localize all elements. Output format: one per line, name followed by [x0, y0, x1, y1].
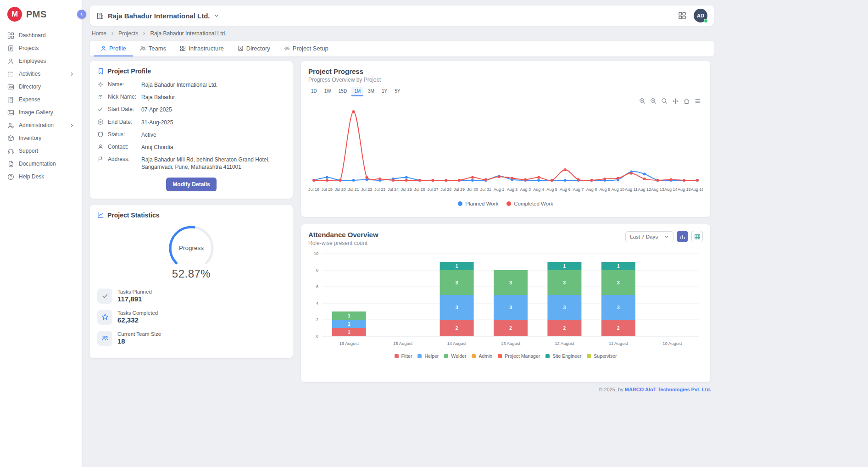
list-icon	[7, 71, 14, 78]
svg-text:Jul 29: Jul 29	[454, 187, 465, 192]
sidebar-item-activities[interactable]: Activities	[0, 67, 82, 80]
footer-company-link[interactable]: MARCO AIoT Technologies Pvt. Ltd.	[625, 387, 711, 392]
apps-grid-button[interactable]	[678, 11, 686, 20]
legend-supervisor[interactable]: Supervisor	[587, 353, 617, 359]
range-1w[interactable]: 1W	[322, 87, 334, 96]
legend-fitter[interactable]: Fitter	[395, 353, 412, 359]
sidebar-item-label: Employees	[19, 58, 46, 64]
svg-text:2: 2	[563, 326, 566, 331]
project-progress-chart[interactable]: Jul 18Jul 19Jul 20Jul 21Jul 22Jul 23Jul …	[308, 98, 703, 200]
legend-planned-work[interactable]: Planned Work	[458, 201, 498, 206]
tab-teams[interactable]: Teams	[133, 41, 173, 56]
sidebar-item-documentation[interactable]: Documentation	[0, 157, 82, 170]
range-15d[interactable]: 15D	[336, 87, 350, 96]
range-1m[interactable]: 1M	[351, 87, 363, 96]
top-header: Raja Bahadur International Ltd. AD	[90, 6, 714, 26]
sidebar-collapse-button[interactable]	[77, 10, 86, 19]
date-range-select[interactable]: Last 7 Days	[625, 231, 673, 242]
menu-icon[interactable]	[694, 98, 701, 105]
app-name: PMS	[26, 9, 47, 20]
sidebar-item-image-gallery[interactable]: Image Gallery	[0, 106, 82, 119]
pan-icon[interactable]	[672, 98, 679, 105]
chevron-right-icon	[69, 72, 74, 77]
legend-completed-work[interactable]: Completed Work	[506, 201, 553, 206]
svg-text:Jul 18: Jul 18	[308, 187, 319, 192]
profile-field-end-date: End Date: 31-Aug-2025	[97, 119, 285, 126]
card-title: Attendance Overview	[308, 231, 378, 239]
bar-chart-icon	[679, 234, 686, 240]
company-selector[interactable]: Raja Bahadur International Ltd.	[96, 12, 219, 20]
breadcrumb-projects[interactable]: Projects	[118, 30, 138, 37]
chevron-right-icon	[142, 31, 146, 36]
zoom-in-icon[interactable]	[639, 98, 646, 105]
sidebar-item-administration[interactable]: Administration	[0, 119, 82, 132]
sidebar-item-dashboard[interactable]: Dashboard	[0, 29, 82, 42]
svg-text:3: 3	[563, 280, 566, 285]
gauge-label: Progress	[159, 245, 223, 251]
sidebar-item-label: Projects	[19, 45, 39, 51]
bar-chart-view-button[interactable]	[677, 231, 688, 242]
tab-profile[interactable]: Profile	[94, 41, 133, 56]
profile-field-start-date: Start Date: 07-Apr-2025	[97, 106, 285, 113]
sidebar-item-employees[interactable]: Employees	[0, 55, 82, 67]
table-view-button[interactable]	[691, 231, 703, 242]
svg-text:Jul 26: Jul 26	[414, 187, 425, 192]
sidebar-item-expense[interactable]: Expense	[0, 93, 82, 106]
tab-project-setup[interactable]: Project Setup	[277, 41, 335, 56]
sidebar-item-directory[interactable]: Directory	[0, 80, 82, 93]
legend-welder[interactable]: Welder	[444, 353, 466, 359]
sidebar-item-inventory[interactable]: Inventory	[0, 132, 82, 145]
sidebar-item-label: Dashboard	[19, 32, 46, 39]
modify-details-button[interactable]: Modify Details	[166, 178, 216, 191]
svg-text:2: 2	[316, 317, 318, 322]
broadcast-icon	[97, 94, 104, 100]
project-statistics-card: Project Statistics Progress 52.87%	[90, 205, 293, 358]
sidebar-item-help-desk[interactable]: Help Desk	[0, 170, 82, 183]
legend-project-manager[interactable]: Project Manager	[498, 353, 540, 359]
people-icon	[97, 331, 112, 346]
admin-icon	[7, 122, 14, 129]
svg-text:2: 2	[617, 326, 620, 331]
legend-helper[interactable]: Helper	[417, 353, 439, 359]
sidebar-item-label: Directory	[19, 83, 41, 90]
tab-infrastructure[interactable]: Infrastructure	[173, 41, 231, 56]
range-1d[interactable]: 1D	[308, 87, 320, 96]
breadcrumb-home[interactable]: Home	[92, 30, 106, 37]
image-icon	[7, 109, 14, 116]
attendance-chart[interactable]: 024681011116 August15 August233114 Augus…	[308, 250, 703, 352]
legend-admin[interactable]: Admin	[472, 353, 492, 359]
svg-text:11 August: 11 August	[609, 341, 628, 346]
selection-zoom-icon[interactable]	[661, 98, 668, 105]
home-icon[interactable]	[683, 98, 690, 105]
legend-site-engineer[interactable]: Site Engineer	[545, 353, 581, 359]
shield-icon	[97, 131, 104, 138]
main-content: Raja Bahadur International Ltd. AD Home …	[82, 0, 868, 467]
profile-field-nickname: Nick Name: Raja Bahadur	[97, 94, 285, 101]
svg-text:Jul 31: Jul 31	[480, 187, 491, 192]
svg-text:Jul 28: Jul 28	[440, 187, 451, 192]
tab-directory[interactable]: Directory	[231, 41, 277, 56]
zoom-out-icon[interactable]	[650, 98, 657, 105]
question-icon	[7, 173, 14, 180]
table-icon	[694, 234, 701, 240]
svg-text:3: 3	[456, 280, 458, 285]
receipt-icon	[7, 96, 14, 103]
sidebar-item-projects[interactable]: Projects	[0, 42, 82, 55]
person-icon	[7, 58, 14, 65]
user-avatar[interactable]: AD	[694, 9, 707, 22]
svg-text:Jul 20: Jul 20	[335, 187, 346, 192]
app-logo[interactable]: M PMS	[0, 0, 82, 29]
card-title: Project Progress	[308, 67, 703, 75]
chevron-down-icon	[214, 13, 219, 18]
range-1y[interactable]: 1Y	[379, 87, 390, 96]
profile-field-address: Address: Raja Bahadur Mill Rd, behind Sh…	[97, 156, 285, 171]
svg-text:1: 1	[563, 264, 566, 269]
sidebar-item-label: Image Gallery	[19, 109, 53, 116]
range-5y[interactable]: 5Y	[392, 87, 403, 96]
sidebar-item-support[interactable]: Support	[0, 145, 82, 157]
tab-bar: Profile Teams Infrastructure Directory P…	[90, 41, 714, 56]
chevron-down-icon	[664, 234, 669, 239]
svg-text:Aug 2: Aug 2	[507, 187, 518, 192]
profile-field-name: Name: Raja Bahadur International Ltd.	[97, 81, 285, 89]
range-3m[interactable]: 3M	[365, 87, 377, 96]
